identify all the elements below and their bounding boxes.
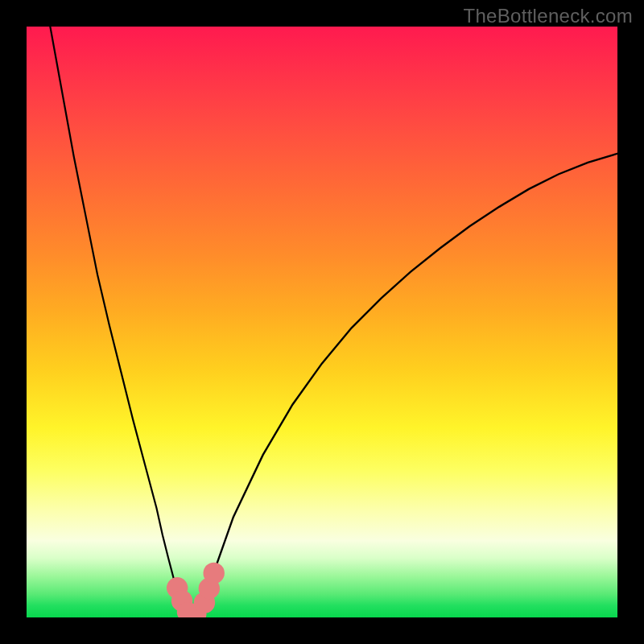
marker-pill — [187, 612, 196, 613]
valley-markers — [167, 563, 225, 614]
chart-stage: TheBottleneck.com — [0, 0, 644, 644]
watermark-text: TheBottleneck.com — [463, 5, 633, 27]
curve-left-branch — [50, 27, 186, 614]
curve-right-branch — [198, 154, 617, 615]
curve-layer — [27, 27, 617, 617]
marker-dot — [203, 563, 224, 584]
plot-area — [27, 27, 617, 617]
